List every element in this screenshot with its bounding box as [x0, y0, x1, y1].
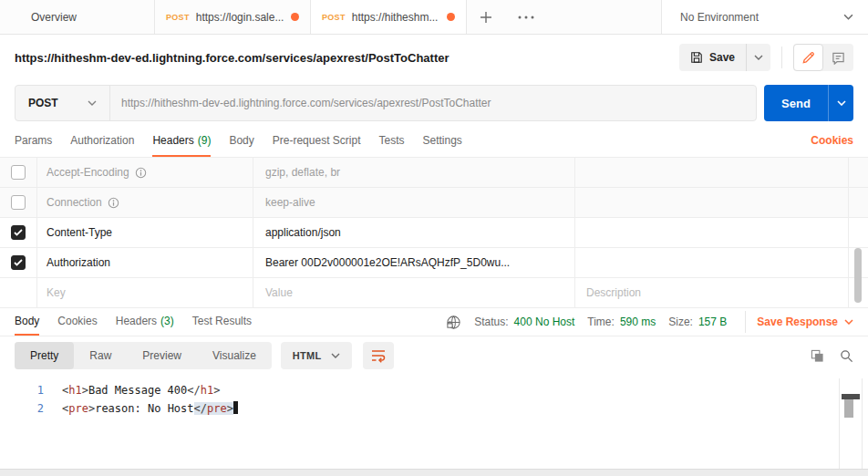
edit-button[interactable] [793, 44, 823, 71]
url-box: POST https://hitheshm-dev-ed.lightning.f… [15, 85, 757, 121]
header-value-cell[interactable]: Bearer 00D2v000001e2OE!ARsAQHzfP_5D0wu..… [253, 248, 574, 277]
tab-overview-label: Overview [31, 11, 77, 24]
tab-response-headers[interactable]: Headers(3) [116, 308, 174, 336]
table-scroll-gutter [848, 188, 868, 217]
tab-body[interactable]: Body [229, 126, 253, 157]
header-description-cell[interactable] [574, 218, 848, 247]
size-value: 157 B [698, 316, 727, 328]
view-pretty[interactable]: Pretty [15, 342, 74, 369]
more-options-icon [518, 16, 534, 19]
tab-headers[interactable]: Headers(9) [152, 126, 211, 157]
table-row: Accept-Encoding gzip, deflate, br [0, 158, 868, 188]
tab-authorization[interactable]: Authorization [70, 126, 134, 157]
send-button-group: Send [764, 85, 853, 121]
tab-request-hitheshm[interactable]: POST https://hitheshm... [311, 0, 467, 34]
save-options-button[interactable] [746, 44, 770, 71]
save-response-button[interactable]: Save Response [757, 316, 853, 328]
format-selector[interactable]: HTML [281, 342, 352, 369]
matching-tag-highlight: </pre> [194, 402, 233, 415]
view-raw[interactable]: Raw [74, 342, 127, 369]
time-value: 590 ms [620, 316, 656, 328]
view-visualize[interactable]: Visualize [197, 342, 272, 369]
tab-request-title: https://login.sale... [196, 11, 284, 24]
copy-icon[interactable] [811, 349, 824, 363]
code-content: <h1>Bad Message 400</h1> [62, 381, 220, 399]
header-description-cell[interactable] [574, 188, 848, 217]
tab-test-results[interactable]: Test Results [192, 308, 252, 336]
header-key-cell[interactable]: Content-Type [36, 218, 253, 247]
row-checkbox-cell [0, 278, 36, 307]
editor-scrollbar-track[interactable] [839, 378, 863, 469]
info-icon [108, 197, 119, 209]
view-preview[interactable]: Preview [127, 342, 197, 369]
code-line-2: 2 <pre>reason: No Host</pre> [0, 399, 868, 418]
cookies-link[interactable]: Cookies [811, 126, 853, 157]
header-description-cell[interactable] [574, 248, 848, 277]
comments-button[interactable] [823, 44, 853, 71]
table-row-new: Key Value Description [0, 278, 868, 308]
tab-request-title: https://hitheshm... [352, 11, 440, 24]
tab-response-cookies[interactable]: Cookies [57, 308, 97, 336]
search-icon[interactable] [840, 349, 853, 363]
line-wrap-button[interactable] [363, 342, 394, 369]
line-number: 2 [0, 399, 44, 418]
row-checkbox-cell [0, 218, 36, 247]
editor-scrollbar-thumb[interactable] [844, 399, 853, 418]
tab-overview[interactable]: Overview [0, 0, 155, 34]
status-label: Status: [474, 316, 508, 328]
save-icon [690, 51, 703, 64]
header-value-cell[interactable]: application/json [253, 218, 574, 247]
status-value: 400 No Host [514, 316, 575, 328]
environment-selector[interactable]: No Environment [662, 0, 868, 34]
send-options-button[interactable] [828, 85, 853, 121]
request-url-row: POST https://hitheshm-dev-ed.lightning.f… [0, 80, 868, 126]
new-tab-button[interactable] [467, 0, 505, 34]
response-body-editor[interactable]: 1 <h1>Bad Message 400</h1> 2 <pre>reason… [0, 375, 868, 469]
table-scrollbar-thumb[interactable] [854, 248, 862, 303]
key-input[interactable]: Key [36, 278, 253, 307]
save-button[interactable]: Save [679, 44, 746, 71]
pencil-icon [801, 51, 815, 65]
tab-params[interactable]: Params [15, 126, 52, 157]
send-button[interactable]: Send [764, 85, 828, 121]
tab-request-login[interactable]: POST https://login.sale... [155, 0, 311, 34]
description-input[interactable]: Description [574, 278, 848, 307]
tab-method-badge: POST [322, 13, 346, 22]
network-globe-icon[interactable] [446, 315, 461, 330]
chevron-down-icon [754, 55, 763, 60]
table-row: Connection keep-alive [0, 188, 868, 218]
text-cursor [233, 401, 238, 414]
header-value-cell[interactable]: gzip, deflate, br [253, 158, 574, 187]
chevron-down-icon [844, 319, 853, 325]
time-label: Time: [587, 316, 615, 328]
checkbox-unchecked[interactable] [11, 165, 26, 180]
tab-settings[interactable]: Settings [423, 126, 462, 157]
divider [781, 47, 782, 68]
header-key-cell[interactable]: Accept-Encoding [36, 158, 253, 187]
header-key-cell[interactable]: Authorization [36, 248, 253, 277]
response-toolbar: Pretty Raw Preview Visualize HTML [0, 336, 868, 375]
header-description-cell[interactable] [574, 158, 848, 187]
table-scroll-gutter [848, 218, 868, 247]
code-line-1: 1 <h1>Bad Message 400</h1> [0, 381, 868, 399]
value-input[interactable]: Value [253, 278, 574, 307]
tab-pre-request-script[interactable]: Pre-request Script [273, 126, 361, 157]
wrap-line-icon [371, 348, 386, 363]
checkbox-unchecked[interactable] [11, 195, 26, 210]
headers-table: Accept-Encoding gzip, deflate, br Connec… [0, 157, 868, 308]
tab-tests[interactable]: Tests [378, 126, 404, 157]
header-key-cell[interactable]: Connection [36, 188, 253, 217]
url-input[interactable]: https://hitheshm-dev-ed.lightning.force.… [110, 86, 756, 120]
checkbox-checked[interactable] [11, 255, 26, 270]
workspace-tabbar: Overview POST https://login.sale... POST… [0, 0, 868, 35]
checkbox-checked[interactable] [11, 225, 26, 240]
save-label: Save [709, 51, 735, 64]
chevron-down-icon [837, 100, 846, 106]
unsaved-dot-icon [447, 13, 455, 21]
tab-response-body[interactable]: Body [15, 308, 39, 336]
row-checkbox-cell [0, 188, 36, 217]
info-icon [135, 167, 147, 179]
header-value-cell[interactable]: keep-alive [253, 188, 574, 217]
tab-options-button[interactable] [505, 0, 547, 34]
method-selector[interactable]: POST [16, 86, 110, 120]
